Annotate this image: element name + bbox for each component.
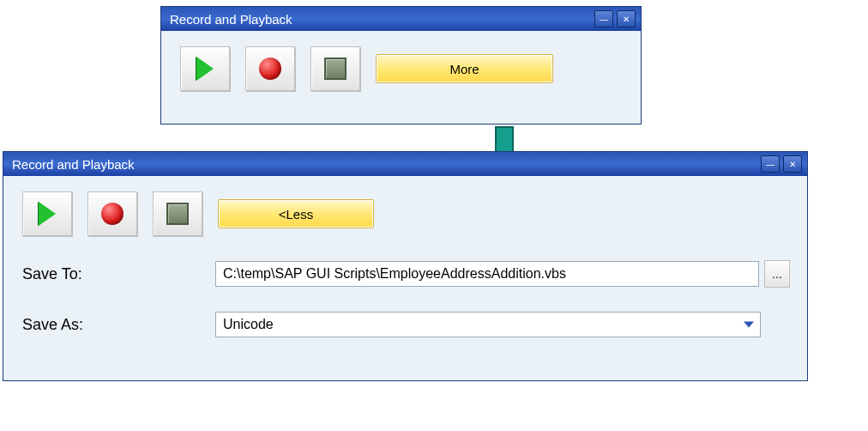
play-icon [196, 57, 214, 81]
window-title: Record and Playback [170, 12, 591, 27]
window-body: <Less Save To: ... Save As: Unicode [3, 176, 807, 353]
record-playback-window-collapsed: Record and Playback — ✕ More [160, 6, 642, 124]
toolbar: <Less [22, 191, 790, 236]
record-playback-window-expanded: Record and Playback — ✕ <Less Save To: .… [3, 151, 808, 381]
save-as-label: Save As: [22, 316, 215, 334]
close-icon: ✕ [623, 15, 630, 24]
window-body: More [161, 31, 641, 106]
close-button[interactable]: ✕ [617, 10, 636, 27]
record-icon [101, 203, 124, 225]
browse-button[interactable]: ... [764, 260, 790, 288]
minimize-icon: — [766, 160, 775, 169]
minimize-icon: — [600, 15, 608, 24]
play-button[interactable] [180, 46, 230, 91]
less-button[interactable]: <Less [218, 199, 374, 228]
stop-button[interactable] [310, 46, 360, 91]
record-button[interactable] [87, 191, 137, 236]
titlebar[interactable]: Record and Playback — ✕ [161, 7, 641, 31]
save-to-input[interactable] [215, 261, 759, 287]
window-title: Record and Playback [12, 157, 757, 172]
play-button[interactable] [22, 191, 72, 236]
titlebar[interactable]: Record and Playback — ✕ [3, 152, 807, 176]
less-button-label: <Less [279, 207, 313, 222]
record-icon [259, 58, 281, 80]
save-as-row: Save As: Unicode [22, 312, 790, 337]
save-as-select-wrap: Unicode [215, 312, 761, 337]
play-icon [39, 202, 56, 226]
record-button[interactable] [245, 46, 295, 91]
minimize-button[interactable]: — [761, 155, 780, 173]
save-as-select[interactable]: Unicode [215, 312, 761, 337]
stop-icon [324, 58, 347, 80]
stop-button[interactable] [153, 191, 202, 236]
close-icon: ✕ [789, 160, 796, 169]
close-button[interactable]: ✕ [783, 155, 802, 173]
ellipsis-icon: ... [772, 267, 782, 281]
toolbar: More [180, 46, 624, 91]
save-to-row: Save To: ... [22, 260, 790, 288]
save-to-label: Save To: [22, 265, 215, 283]
minimize-button[interactable]: — [594, 10, 613, 27]
more-button[interactable]: More [376, 54, 553, 83]
more-button-label: More [449, 62, 479, 76]
save-as-selected-value: Unicode [223, 317, 274, 332]
stop-icon [166, 203, 189, 225]
